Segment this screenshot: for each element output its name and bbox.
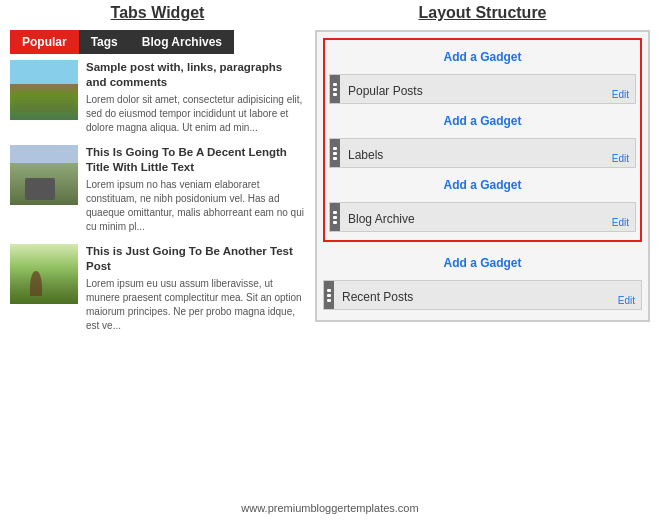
- watermark: www.premiumbloggertemplates.com: [241, 502, 418, 514]
- post-title-2: This Is Going To Be A Decent Length Titl…: [86, 145, 305, 175]
- labels-widget: Labels Edit: [329, 138, 636, 168]
- widget-handle-2[interactable]: [330, 139, 340, 167]
- handle-dot: [327, 299, 331, 302]
- post-item: Sample post with, links, paragraphs and …: [10, 60, 305, 135]
- right-column: Layout Structure Add a Gadget: [315, 4, 650, 343]
- handle-dot: [333, 147, 337, 150]
- page-wrapper: Tabs Widget Popular Tags Blog Archives S…: [0, 0, 660, 520]
- blog-archive-label: Blog Archive: [348, 212, 415, 226]
- blog-archive-edit[interactable]: Edit: [612, 217, 629, 228]
- tab-tags[interactable]: Tags: [79, 30, 130, 54]
- post-excerpt-2: Lorem ipsum no has veniam elaboraret con…: [86, 178, 305, 234]
- post-title-3: This is Just Going To Be Another Test Po…: [86, 244, 305, 274]
- post-title-1: Sample post with, links, paragraphs and …: [86, 60, 305, 90]
- handle-dot: [333, 93, 337, 96]
- handle-dot: [327, 289, 331, 292]
- right-section-title: Layout Structure: [315, 4, 650, 22]
- handle-dot: [333, 88, 337, 91]
- recent-posts-edit[interactable]: Edit: [618, 295, 635, 306]
- layout-outer: Add a Gadget Popular Posts Edit: [315, 30, 650, 322]
- post-text-3: This is Just Going To Be Another Test Po…: [86, 244, 305, 333]
- add-gadget-btn-1[interactable]: Add a Gadget: [329, 44, 636, 70]
- post-thumbnail-3: [10, 244, 78, 304]
- handle-dot: [333, 157, 337, 160]
- add-gadget-btn-4[interactable]: Add a Gadget: [323, 250, 642, 276]
- blog-archive-widget: Blog Archive Edit: [329, 202, 636, 232]
- popular-posts-content: Popular Posts Edit: [340, 75, 635, 103]
- post-item-3: This is Just Going To Be Another Test Po…: [10, 244, 305, 333]
- add-gadget-btn-3[interactable]: Add a Gadget: [329, 172, 636, 198]
- handle-dot: [333, 83, 337, 86]
- widget-handle-3[interactable]: [330, 203, 340, 231]
- post-excerpt-3: Lorem ipsum eu usu assum liberavisse, ut…: [86, 277, 305, 333]
- post-item-2: This Is Going To Be A Decent Length Titl…: [10, 145, 305, 234]
- post-thumbnail-1: [10, 60, 78, 120]
- left-section-title: Tabs Widget: [10, 4, 305, 22]
- handle-dot: [327, 294, 331, 297]
- layout-outside-red: Add a Gadget Recent Posts Edit: [323, 248, 642, 310]
- post-text-1: Sample post with, links, paragraphs and …: [86, 60, 305, 135]
- post-text-2: This Is Going To Be A Decent Length Titl…: [86, 145, 305, 234]
- labels-label: Labels: [348, 148, 383, 162]
- handle-dot: [333, 221, 337, 224]
- widget-handle-1[interactable]: [330, 75, 340, 103]
- labels-content: Labels Edit: [340, 139, 635, 167]
- recent-posts-widget: Recent Posts Edit: [323, 280, 642, 310]
- blog-archive-content: Blog Archive Edit: [340, 203, 635, 231]
- popular-posts-edit[interactable]: Edit: [612, 89, 629, 100]
- popular-posts-widget: Popular Posts Edit: [329, 74, 636, 104]
- tab-blog-archives[interactable]: Blog Archives: [130, 30, 234, 54]
- layout-inner-red: Add a Gadget Popular Posts Edit: [323, 38, 642, 242]
- recent-posts-content: Recent Posts Edit: [334, 281, 641, 309]
- left-column: Tabs Widget Popular Tags Blog Archives S…: [10, 4, 305, 343]
- popular-posts-label: Popular Posts: [348, 84, 423, 98]
- handle-dot: [333, 211, 337, 214]
- widget-handle-4[interactable]: [324, 281, 334, 309]
- tabs-bar: Popular Tags Blog Archives: [10, 30, 305, 54]
- handle-dot: [333, 152, 337, 155]
- post-excerpt-1: Lorem dolor sit amet, consectetur adipis…: [86, 93, 305, 135]
- add-gadget-btn-2[interactable]: Add a Gadget: [329, 108, 636, 134]
- labels-edit[interactable]: Edit: [612, 153, 629, 164]
- handle-dot: [333, 216, 337, 219]
- main-content: Tabs Widget Popular Tags Blog Archives S…: [0, 4, 660, 343]
- recent-posts-label: Recent Posts: [342, 290, 413, 304]
- tab-popular[interactable]: Popular: [10, 30, 79, 54]
- post-thumbnail-2: [10, 145, 78, 205]
